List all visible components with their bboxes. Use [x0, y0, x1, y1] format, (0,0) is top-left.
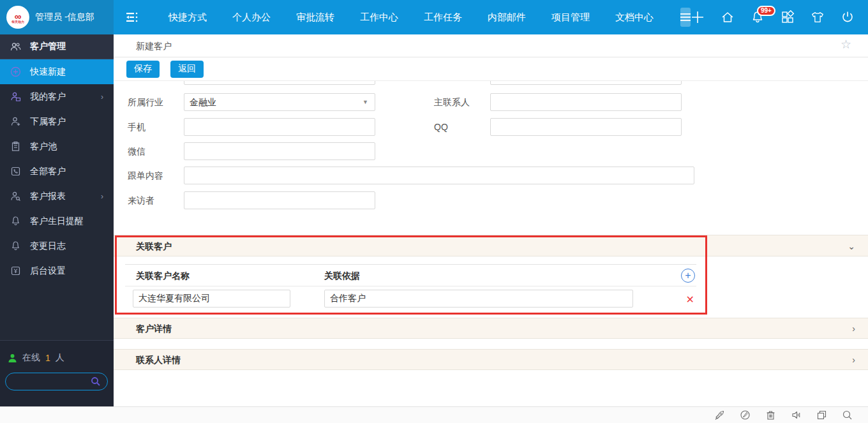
follow-content-field[interactable] [184, 167, 694, 184]
industry-label: 所属行业 [128, 93, 163, 111]
search-icon[interactable] [91, 376, 101, 387]
nav-personal-office[interactable]: 个人办公 [223, 0, 280, 34]
sidebar-search-input[interactable] [6, 377, 91, 387]
sidebar-module-title: 客户管理 [0, 34, 114, 59]
add-row-button[interactable]: + [681, 269, 695, 283]
visitor-field[interactable] [184, 191, 375, 209]
power-icon [841, 10, 855, 24]
sidebar-item-label: 我的客户 [30, 91, 66, 103]
sidebar: 客户管理 快速新建 我的客户 › 下属客户 客户池 [0, 34, 114, 406]
home-button[interactable] [721, 10, 735, 24]
sidebar-item-label: 下属客户 [30, 116, 66, 128]
mobile-field[interactable] [184, 118, 375, 136]
main-contact-field[interactable] [490, 93, 682, 111]
sidebar-item-backend-settings[interactable]: 后台设置 [0, 258, 114, 283]
customers-icon [10, 41, 21, 52]
related-customers-table-header: 关联客户名称 关联依据 + [125, 265, 696, 286]
related-basis-field[interactable] [324, 290, 633, 308]
industry-select[interactable]: 金融业 ▼ [184, 93, 375, 111]
apps-button[interactable] [781, 10, 795, 24]
online-status: 在线 1 人 [8, 352, 114, 364]
qq-field[interactable] [490, 118, 682, 136]
breadcrumb: 新建客户 [136, 34, 172, 57]
compose-icon[interactable] [740, 410, 751, 420]
top-navigation-bar: ∞ 华天动力 管理员 -信息部 快捷方式 个人办公 审批流转 工作中心 工作任务… [0, 0, 868, 34]
clipboard-icon [10, 141, 21, 152]
delete-row-icon[interactable]: ✕ [686, 293, 694, 306]
related-customers-section-header[interactable]: 关联客户 ⌄ [114, 235, 868, 256]
sidebar-item-quick-create[interactable]: 快速新建 [0, 59, 114, 84]
customer-detail-title: 客户详情 [136, 318, 172, 339]
tshirt-icon [811, 10, 825, 24]
status-bar [0, 406, 868, 423]
nav-approval-flow[interactable]: 审批流转 [287, 0, 344, 34]
bell-icon [10, 241, 21, 251]
hamburger-icon [680, 13, 691, 21]
brand-area: ∞ 华天动力 管理员 -信息部 [0, 0, 114, 34]
breadcrumb-bar: 新建客户 ☆ [114, 34, 868, 57]
app-window: ∞ 华天动力 管理员 -信息部 快捷方式 个人办公 审批流转 工作中心 工作任务… [0, 0, 868, 423]
sidebar-item-change-log[interactable]: 变更日志 [0, 234, 114, 258]
sidebar-item-customer-reports[interactable]: 客户报表 › [0, 184, 114, 209]
online-person-icon [8, 353, 17, 363]
logout-button[interactable] [841, 10, 855, 24]
back-button[interactable]: 返回 [170, 61, 204, 78]
logo-text: 华天动力 [11, 20, 24, 24]
sidebar-search-box [5, 373, 108, 390]
nav-work-tasks[interactable]: 工作任务 [414, 0, 472, 34]
sidebar-item-label: 客户报表 [30, 191, 66, 202]
chevron-right-icon[interactable]: › [852, 318, 855, 339]
topbar-actions: 99+ [691, 10, 868, 24]
chevron-right-icon[interactable]: › [852, 350, 855, 371]
notifications-button[interactable]: 99+ [751, 10, 765, 24]
nav-shortcuts[interactable]: 快捷方式 [159, 0, 216, 34]
toolbar: 保存 返回 [114, 57, 868, 81]
visitor-label: 来访者 [128, 191, 154, 209]
wechat-field[interactable] [184, 142, 375, 160]
search-icon[interactable] [842, 410, 853, 420]
person-report-icon [10, 191, 21, 202]
sidebar-item-my-customers[interactable]: 我的客户 › [0, 84, 114, 109]
sidebar-item-all-customers[interactable]: 全部客户 [0, 159, 114, 184]
online-unit: 人 [56, 352, 64, 364]
nav-document-center[interactable]: 文档中心 [606, 0, 663, 34]
nav-project-management[interactable]: 项目管理 [542, 0, 599, 34]
more-menu-button[interactable] [680, 8, 691, 27]
app-grid-icon [781, 10, 795, 24]
save-button[interactable]: 保存 [126, 61, 160, 78]
logo-infinity-glyph: ∞ [15, 11, 22, 20]
sidebar-item-customer-pool[interactable]: 客户池 [0, 134, 114, 159]
add-button[interactable] [691, 10, 705, 24]
qq-label: QQ [434, 118, 448, 136]
trash-icon[interactable] [765, 410, 776, 420]
nav-work-center[interactable]: 工作中心 [350, 0, 408, 34]
follow-content-label: 跟单内容 [128, 167, 163, 184]
sidebar-module-title-label: 客户管理 [30, 41, 66, 52]
online-count: 1 [45, 353, 50, 363]
related-name-field[interactable] [133, 290, 290, 308]
related-customers-table: 关联客户名称 关联依据 + ✕ [125, 264, 696, 315]
collapse-menu-glyph [125, 11, 139, 23]
theme-button[interactable] [811, 10, 825, 24]
sidebar-item-label: 客户生日提醒 [30, 216, 84, 227]
speaker-icon[interactable] [791, 410, 802, 420]
chevron-right-icon: › [101, 192, 103, 201]
company-logo: ∞ 华天动力 [6, 6, 29, 29]
collapse-menu-icon[interactable] [125, 8, 139, 27]
customer-detail-section-header[interactable]: 客户详情 › [114, 318, 868, 339]
current-user-label: 管理员 -信息部 [35, 11, 94, 23]
sidebar-item-subordinate-customers[interactable]: 下属客户 [0, 109, 114, 134]
main-content: ▦ 新建客户 ☆ 保存 返回 所属行业 金融业 ▼ 主联系人 手机 QQ 微信 … [114, 34, 868, 406]
main-contact-label: 主联系人 [434, 93, 470, 111]
contacts-book-icon [10, 166, 21, 177]
sidebar-item-birthday-reminder[interactable]: 客户生日提醒 [0, 209, 114, 234]
bell-icon [10, 216, 21, 226]
nav-internal-mail[interactable]: 内部邮件 [478, 0, 535, 34]
table-row: ✕ [125, 286, 696, 315]
windows-overlap-icon[interactable] [816, 410, 827, 420]
rocket-icon[interactable] [714, 410, 725, 420]
favorite-star-icon[interactable]: ☆ [841, 37, 851, 52]
chevron-down-icon: ▼ [363, 94, 368, 110]
contact-detail-section-header[interactable]: 联系人详情 › [114, 349, 868, 370]
chevron-down-icon[interactable]: ⌄ [848, 235, 855, 257]
